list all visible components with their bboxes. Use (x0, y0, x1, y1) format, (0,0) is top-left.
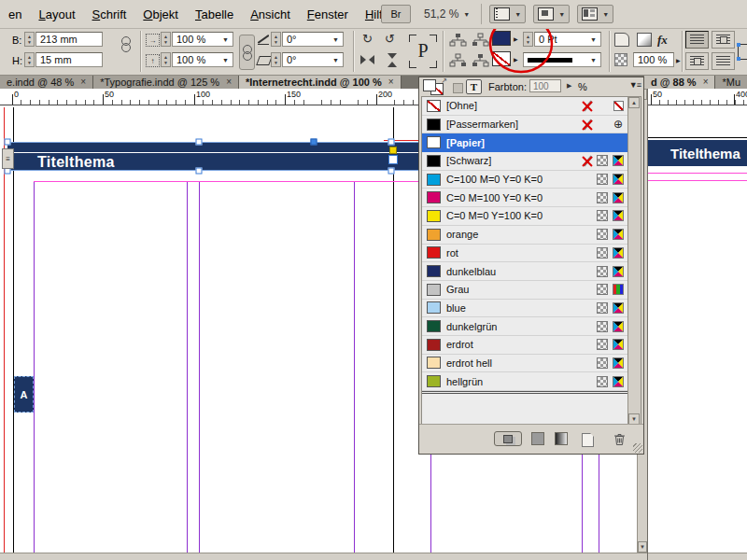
fill-menu-arrow-icon[interactable]: ▶ (514, 35, 518, 42)
delete-swatch-button[interactable] (613, 432, 626, 445)
transparency-icon[interactable] (614, 53, 627, 66)
view-options-button[interactable]: ▼ (489, 5, 526, 23)
document-tab[interactable]: d @ 88 %× (644, 75, 715, 89)
show-gradient-swatches-button[interactable] (555, 432, 568, 445)
swatch-row[interactable]: rot (422, 245, 628, 263)
swatch-row[interactable]: erdrot (422, 336, 628, 355)
document-tab[interactable]: *Mu (715, 75, 747, 89)
menu-item-ansicht[interactable]: Ansicht (242, 7, 299, 21)
flip-vertical-button[interactable] (385, 55, 399, 65)
width-stepper[interactable]: ▲▼ (24, 32, 35, 47)
document-tab[interactable]: *Internetrecht.indd @ 100 %× (239, 75, 402, 89)
tab-close-icon[interactable]: × (703, 77, 709, 87)
flip-horizontal-button[interactable] (360, 55, 374, 65)
selection-handle-top-left[interactable] (5, 139, 11, 146)
drop-shadow-icon[interactable] (637, 33, 652, 47)
stroke-style-field[interactable]: ▼ (523, 52, 601, 67)
panel-resize-grip[interactable] (633, 443, 642, 453)
stepper-down-icon[interactable]: ▼ (25, 39, 34, 45)
rotation-field[interactable]: 0°▼ (282, 32, 344, 47)
select-next-object-icon[interactable] (471, 53, 489, 68)
title-bar-frame-right[interactable]: Titelthema (648, 140, 747, 166)
swatch-row[interactable]: [Ohne] (422, 97, 628, 116)
scale-y-stepper[interactable]: ▲▼ (161, 52, 171, 67)
wrap-around-object-button[interactable] (685, 52, 709, 70)
menu-item-tabelle[interactable]: Tabelle (187, 7, 242, 21)
dropdown-icon[interactable]: ▼ (329, 36, 339, 43)
scale-y-field[interactable]: 100 %▼ (172, 52, 233, 67)
stepper-down-icon[interactable]: ▼ (25, 60, 34, 65)
stroke-menu-arrow-icon[interactable]: ▶ (514, 56, 518, 63)
dropdown-icon[interactable]: ▼ (218, 36, 229, 43)
shear-field[interactable]: 0°▼ (282, 52, 344, 67)
formatting-affects-text-button[interactable]: T (466, 79, 482, 94)
menu-item-en[interactable]: en (0, 7, 30, 21)
dropdown-icon[interactable]: ▼ (586, 36, 597, 43)
swatch-row[interactable]: blue (422, 300, 628, 318)
bridge-button[interactable]: Br (381, 5, 411, 23)
formatting-affects-container-button[interactable] (453, 83, 463, 93)
tint-field[interactable]: 100 (529, 79, 561, 92)
rotate-cw-button[interactable]: ↻ (362, 32, 373, 46)
show-color-swatches-button[interactable] (531, 432, 544, 445)
wrap-around-bounding-box-button[interactable] (712, 31, 735, 49)
menu-item-schrift[interactable]: Schrift (84, 7, 135, 21)
no-text-wrap-button[interactable] (685, 31, 709, 49)
stroke-weight-stepper[interactable]: ▲▼ (523, 32, 533, 47)
swatch-row[interactable]: orange (422, 226, 628, 245)
effects-button[interactable]: fx (657, 33, 668, 48)
constrain-dimensions-icon[interactable] (121, 36, 131, 52)
tab-close-icon[interactable]: × (80, 77, 86, 87)
document-tab[interactable]: e.indd @ 48 %× (0, 75, 93, 89)
swatch-row[interactable]: hellgrün (422, 372, 628, 391)
swatch-row[interactable]: [Papier] (422, 133, 628, 152)
dropdown-icon[interactable]: ▼ (586, 57, 597, 63)
swatches-scroll-up-button[interactable]: ▲ (628, 97, 640, 108)
selection-handle-top-right[interactable] (388, 139, 395, 146)
fill-color-swatch[interactable] (492, 31, 511, 46)
text-inport-icon[interactable]: ≡ (2, 148, 14, 169)
horizontal-scrollbar-strip[interactable] (0, 553, 747, 560)
screen-mode-button[interactable]: ▼ (533, 5, 570, 23)
width-field[interactable]: 213 mm (35, 32, 103, 47)
tint-slider-arrow-icon[interactable]: ▶ (567, 82, 571, 90)
swatch-row[interactable]: dunkelgrün (422, 317, 628, 336)
panel-menu-button[interactable]: ▼≡ (629, 80, 641, 90)
dropdown-icon[interactable]: ▼ (329, 57, 339, 63)
title-bar-frame[interactable]: Titelthema (7, 142, 418, 171)
swap-fill-stroke-icon[interactable]: ↗ (441, 77, 447, 85)
select-container-icon[interactable] (448, 33, 467, 48)
swatch-row[interactable]: C=0 M=0 Y=100 K=0 (422, 207, 628, 226)
menu-item-objekt[interactable]: Objekt (134, 7, 187, 21)
constrain-scale-link-button[interactable] (239, 35, 255, 70)
zoom-dropdown-icon[interactable]: ▼ (463, 11, 470, 18)
swatch-row[interactable]: C=0 M=100 Y=0 K=0 (422, 189, 628, 207)
height-field[interactable]: 15 mm (35, 52, 103, 67)
swatch-row[interactable]: erdrot hell (422, 355, 628, 373)
stroke-weight-field[interactable]: 0 Pt▼ (534, 32, 601, 47)
select-content-icon[interactable] (448, 53, 467, 68)
swatch-row[interactable]: [Schwarz] (422, 152, 628, 171)
opacity-menu-arrow-icon[interactable]: ▶ (676, 57, 681, 63)
dropdown-icon[interactable]: ▼ (218, 57, 229, 63)
document-tab[interactable]: *Typografie.indd @ 125 %× (93, 75, 239, 89)
swatch-row[interactable]: dunkelblau (422, 262, 628, 281)
text-outport-handle[interactable] (311, 139, 317, 146)
menu-item-layout[interactable]: Layout (30, 7, 83, 21)
fill-stroke-proxy[interactable]: ↗ (423, 79, 445, 94)
selection-handle-right-center[interactable] (388, 155, 398, 164)
jump-object-button[interactable] (712, 52, 735, 70)
selection-handle-bottom-right[interactable] (388, 168, 395, 175)
corner-editor-handle[interactable] (389, 147, 397, 154)
scale-x-stepper[interactable]: ▲▼ (161, 32, 171, 47)
scroll-down-button[interactable]: ▼ (638, 541, 647, 553)
selection-handle-top-center[interactable] (196, 139, 203, 146)
height-stepper[interactable]: ▲▼ (24, 52, 35, 67)
select-previous-object-icon[interactable] (471, 33, 489, 48)
shear-stepper[interactable]: ▲▼ (271, 52, 281, 67)
fill-proxy-icon[interactable] (423, 79, 436, 91)
content-indicator[interactable]: P (409, 35, 437, 68)
new-swatch-button[interactable] (582, 433, 594, 447)
document-canvas-right[interactable]: Titelthema (648, 105, 747, 553)
scale-x-field[interactable]: 100 %▼ (172, 32, 233, 47)
